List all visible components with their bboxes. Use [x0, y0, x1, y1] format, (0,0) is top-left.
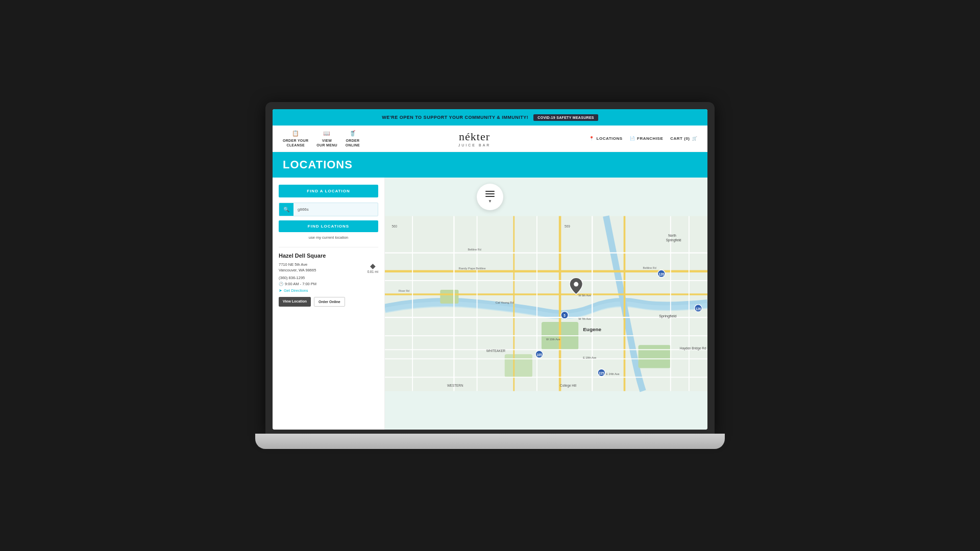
nav-menu-line1: VIEW	[322, 138, 332, 143]
covid-safety-button[interactable]: COVID-19 SAFETY MEASURES	[533, 114, 598, 121]
laptop-body	[255, 434, 725, 449]
locations-label: LOCATIONS	[597, 136, 623, 141]
logo-main-text: nékter	[458, 130, 491, 143]
location-name: Hazel Dell Square	[279, 253, 378, 259]
svg-text:569: 569	[565, 224, 570, 228]
locations-page-title: LOCATIONS	[283, 158, 697, 171]
location-search-input[interactable]: g866s	[293, 205, 378, 214]
site-logo[interactable]: nékter JUICE BAR	[458, 130, 491, 147]
order-online-button[interactable]: Order Online	[314, 297, 345, 307]
location-action-buttons: View Location Order Online	[279, 297, 378, 307]
directions-icon: ➤	[279, 288, 282, 293]
nav-order-cleanse[interactable]: 📋 ORDER YOUR CLEANSE	[283, 130, 308, 147]
locations-icon: 📍	[589, 136, 595, 141]
svg-text:W 6th Ave: W 6th Ave	[578, 294, 591, 297]
cleanse-icon: 📋	[292, 130, 299, 137]
site-header: 📋 ORDER YOUR CLEANSE 📖 VIEW OUR MENU 🥤 O…	[273, 126, 707, 152]
chevron-down-icon: ▼	[488, 199, 492, 204]
main-content: FIND A LOCATION 🔍 g866s FIND LOCATIONS u…	[273, 178, 707, 430]
location-distance: ◆ 0.81 mi	[368, 262, 378, 273]
hamburger-line-3	[485, 196, 495, 197]
svg-text:Eugene: Eugene	[583, 327, 601, 332]
locations-sidebar: FIND A LOCATION 🔍 g866s FIND LOCATIONS u…	[273, 178, 385, 430]
svg-text:105: 105	[536, 353, 542, 357]
find-location-header: FIND A LOCATION	[279, 185, 378, 197]
nav-cleanse-line2: CLEANSE	[286, 143, 305, 147]
current-location-link[interactable]: use my current location	[279, 235, 378, 240]
laptop-frame: WE'RE OPEN TO SUPPORT YOUR COMMUNITY & I…	[255, 102, 725, 449]
announcement-text: WE'RE OPEN TO SUPPORT YOUR COMMUNITY & I…	[382, 115, 528, 120]
location-details: 7710 NE 5th Ave Vancouver, WA 98665 ◆ 0.…	[279, 262, 378, 273]
nav-franchise[interactable]: 📄 FRANCHISE	[630, 136, 664, 141]
hours-value: 9:00 AM - 7:00 PM	[285, 282, 316, 286]
location-result: Hazel Dell Square 7710 NE 5th Ave Vancou…	[279, 247, 378, 307]
menu-icon: 📖	[323, 130, 330, 137]
svg-text:Beltline Rd: Beltline Rd	[643, 266, 656, 269]
nav-order-line2: ONLINE	[346, 143, 360, 147]
hamburger-line-2	[485, 193, 495, 194]
location-address: 7710 NE 5th Ave Vancouver, WA 98665	[279, 262, 316, 273]
search-row: 🔍 g866s	[279, 203, 378, 216]
logo-sub-text: JUICE BAR	[458, 143, 491, 147]
svg-text:WHITEAKER: WHITEAKER	[486, 349, 506, 353]
svg-text:126: 126	[658, 272, 664, 276]
view-location-button[interactable]: View Location	[279, 297, 311, 307]
location-phone: (360) 836-1295	[279, 276, 378, 280]
svg-text:E 18th Ave: E 18th Ave	[583, 356, 596, 359]
navigation-icon: ◆	[368, 262, 378, 270]
svg-text:WESTERN: WESTERN	[447, 384, 463, 387]
franchise-label: FRANCHISE	[637, 136, 663, 141]
svg-text:Cal Young Rd: Cal Young Rd	[496, 301, 514, 304]
announcement-bar: WE'RE OPEN TO SUPPORT YOUR COMMUNITY & I…	[273, 109, 707, 126]
svg-text:Randy Pape Beltline: Randy Pape Beltline	[458, 267, 485, 270]
svg-text:225: 225	[599, 371, 604, 375]
svg-text:W 10th Ave: W 10th Ave	[546, 338, 560, 341]
website-content: WE'RE OPEN TO SUPPORT YOUR COMMUNITY & I…	[273, 109, 707, 430]
svg-text:W 7th Ave: W 7th Ave	[578, 317, 591, 320]
distance-value: 0.81 mi	[368, 270, 378, 273]
nav-left: 📋 ORDER YOUR CLEANSE 📖 VIEW OUR MENU 🥤 O…	[283, 130, 360, 147]
search-icon: 🔍	[279, 203, 293, 216]
svg-rect-2	[505, 354, 532, 377]
order-icon: 🥤	[349, 130, 356, 137]
svg-text:5: 5	[564, 314, 566, 317]
svg-text:North: North	[668, 234, 676, 237]
svg-text:126: 126	[696, 307, 701, 311]
locations-band: LOCATIONS	[273, 152, 707, 178]
svg-text:River Rd: River Rd	[399, 289, 409, 292]
nav-order-line1: ORDER	[346, 138, 360, 143]
cart-label: CART (0)	[670, 136, 690, 141]
hamburger-menu[interactable]: ▼	[477, 184, 503, 210]
hamburger-line-1	[485, 191, 495, 192]
svg-text:College Hill: College Hill	[560, 384, 576, 388]
nav-view-menu[interactable]: 📖 VIEW OUR MENU	[316, 130, 337, 147]
svg-text:E 24th Ave: E 24th Ave	[606, 372, 619, 375]
svg-rect-3	[440, 290, 458, 304]
address-line2: Vancouver, WA 98665	[279, 267, 316, 273]
svg-text:Springfield: Springfield	[659, 314, 676, 318]
get-directions-link[interactable]: ➤ Get Directions	[279, 288, 378, 293]
nav-order-online[interactable]: 🥤 ORDER ONLINE	[346, 130, 360, 147]
svg-point-54	[574, 282, 578, 287]
svg-text:Hayden Bridge Rd: Hayden Bridge Rd	[680, 346, 706, 350]
nav-right: 📍 LOCATIONS 📄 FRANCHISE CART (0) 🛒	[589, 136, 697, 141]
address-line1: 7710 NE 5th Ave	[279, 262, 316, 267]
nav-menu-line2: OUR MENU	[316, 143, 337, 147]
laptop-screen-inner: WE'RE OPEN TO SUPPORT YOUR COMMUNITY & I…	[273, 109, 707, 430]
cart-icon: 🛒	[692, 136, 698, 141]
svg-rect-4	[639, 345, 671, 368]
laptop-screen-outer: WE'RE OPEN TO SUPPORT YOUR COMMUNITY & I…	[265, 102, 715, 434]
franchise-icon: 📄	[630, 136, 635, 141]
map-svg: 5 105 126 126 225 Randy Pape Beltline	[385, 178, 707, 430]
nav-locations[interactable]: 📍 LOCATIONS	[589, 136, 623, 141]
location-hours: 🕐 9:00 AM - 7:00 PM	[279, 282, 378, 286]
svg-text:Springfield: Springfield	[666, 238, 681, 242]
clock-icon: 🕐	[279, 282, 283, 286]
svg-text:Beltline Rd: Beltline Rd	[468, 248, 481, 251]
svg-text:560: 560	[392, 224, 398, 228]
nav-cleanse-line1: ORDER YOUR	[283, 138, 308, 143]
directions-label: Get Directions	[284, 288, 308, 293]
nav-cart[interactable]: CART (0) 🛒	[670, 136, 697, 141]
map-area[interactable]: 5 105 126 126 225 Randy Pape Beltline	[385, 178, 707, 430]
find-locations-button[interactable]: FIND LOCATIONS	[279, 220, 378, 232]
